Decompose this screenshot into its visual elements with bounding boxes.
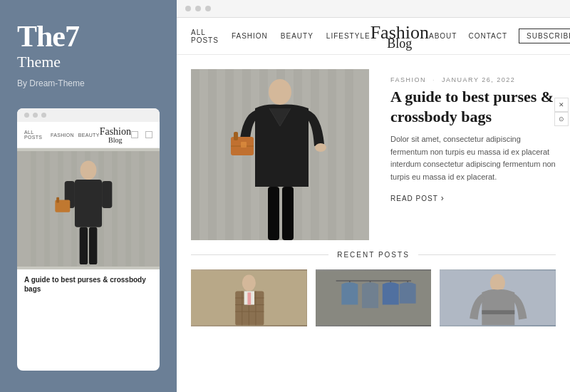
mini-icon-1 <box>131 131 138 138</box>
svg-rect-1 <box>31 151 36 267</box>
recent-posts-label: RECENT POSTS <box>328 251 418 259</box>
mini-hero-image <box>17 148 160 269</box>
svg-rect-36 <box>268 187 279 240</box>
hero-category: FASHION · JANUARY 26, 2022 <box>390 76 556 83</box>
chrome-dot-3 <box>205 6 211 11</box>
nav-links: ALL POSTS FASHION BEAUTY LIFESTYLE <box>191 29 370 44</box>
svg-point-39 <box>242 274 256 291</box>
svg-rect-15 <box>56 197 59 203</box>
nav-allposts[interactable]: ALL POSTS <box>191 29 219 44</box>
mini-dot-1 <box>24 113 29 118</box>
mini-browser-bar <box>17 108 160 122</box>
svg-point-56 <box>490 274 505 292</box>
mini-article-title: A guide to best purses & crossbody bags <box>17 269 160 296</box>
svg-rect-8 <box>125 151 131 267</box>
section-divider: RECENT POSTS <box>177 251 570 259</box>
mini-icon-2 <box>145 131 152 138</box>
svg-rect-7 <box>112 151 118 267</box>
mini-browser-preview: ALL POSTS FASHION BEAUTY Fashion Blog <box>17 108 160 371</box>
recent-post-2[interactable] <box>316 269 432 326</box>
mini-logo: Fashion Blog <box>100 126 131 143</box>
svg-rect-26 <box>311 69 319 240</box>
mini-nav-fashion: FASHION <box>51 133 74 138</box>
hero-fashion-svg <box>191 69 369 240</box>
svg-rect-9 <box>139 151 145 267</box>
sidebar-title: The7 <box>17 21 160 51</box>
nav-fashion[interactable]: FASHION <box>232 32 268 40</box>
thumb-1-svg <box>191 269 307 326</box>
svg-point-10 <box>81 160 97 180</box>
thumb-3-svg <box>440 269 556 326</box>
mini-nav: ALL POSTS FASHION BEAUTY <box>24 130 100 140</box>
divider-line-left <box>191 254 328 255</box>
mini-fashion-svg <box>17 148 160 269</box>
sidebar-subtitle: Theme <box>17 53 160 71</box>
nav-beauty[interactable]: BEAUTY <box>281 32 314 40</box>
svg-rect-17 <box>89 227 97 264</box>
read-more-link[interactable]: READ POST › <box>390 193 556 203</box>
divider-line-right <box>418 254 556 255</box>
hero-excerpt: Dolor sit amet, consectetur adipiscing f… <box>390 133 556 183</box>
svg-rect-35 <box>241 142 247 148</box>
svg-rect-13 <box>102 181 112 208</box>
recent-post-1[interactable] <box>191 269 307 326</box>
svg-point-31 <box>315 143 326 152</box>
mini-dot-2 <box>33 113 38 118</box>
svg-rect-27 <box>328 69 336 240</box>
chrome-dot-2 <box>195 6 201 11</box>
svg-rect-57 <box>482 310 515 314</box>
svg-rect-33 <box>234 132 238 140</box>
blog-nav: ALL POSTS FASHION BEAUTY LIFESTYLE Fashi… <box>177 18 570 55</box>
svg-rect-20 <box>208 69 217 240</box>
float-icon-1[interactable]: ✕ <box>554 98 569 112</box>
svg-rect-16 <box>80 227 88 264</box>
read-more-arrow: › <box>441 193 445 203</box>
mini-dot-3 <box>41 113 46 118</box>
sidebar: The7 Theme By Dream-Theme ALL POSTS FASH… <box>0 0 177 392</box>
svg-point-29 <box>269 79 291 105</box>
main-content: ALL POSTS FASHION BEAUTY LIFESTYLE Fashi… <box>177 0 570 392</box>
svg-rect-48 <box>247 292 251 304</box>
sidebar-by: By Dream-Theme <box>17 78 160 88</box>
subscribe-button[interactable]: SUBSCRIBE <box>519 29 570 43</box>
nav-contact[interactable]: CONTACT <box>468 32 507 40</box>
svg-rect-2 <box>44 151 50 267</box>
mini-nav-beauty: BEAUTY <box>78 133 100 138</box>
nav-right: ABOUT CONTACT SUBSCRIBE <box>429 29 570 43</box>
float-icon-2[interactable]: ⊙ <box>554 112 569 126</box>
recent-posts-row <box>177 269 570 326</box>
svg-rect-28 <box>345 69 353 240</box>
floating-icons: ✕ ⊙ <box>554 98 569 126</box>
mini-nav-allposts: ALL POSTS <box>24 130 46 140</box>
hero-text: FASHION · JANUARY 26, 2022 A guide to be… <box>390 69 556 240</box>
mini-header-icons <box>131 131 152 138</box>
thumb-2-svg <box>316 269 432 326</box>
hero-title: A guide to best purses & crossbody bags <box>390 87 556 126</box>
svg-rect-11 <box>75 180 102 227</box>
nav-about[interactable]: ABOUT <box>429 32 457 40</box>
browser-chrome <box>177 0 570 18</box>
mini-header: ALL POSTS FASHION BEAUTY Fashion Blog <box>17 122 160 148</box>
svg-rect-19 <box>191 69 200 240</box>
hero-image <box>191 69 369 240</box>
recent-post-3[interactable] <box>440 269 556 326</box>
blog-logo: Fashion Blog <box>370 24 429 48</box>
nav-lifestyle[interactable]: LIFESTYLE <box>326 32 370 40</box>
hero-section: ✕ ⊙ FASHION · JANUARY 26, 2022 A guide t… <box>177 55 570 251</box>
chrome-dot-1 <box>185 6 191 11</box>
svg-rect-37 <box>282 187 294 240</box>
